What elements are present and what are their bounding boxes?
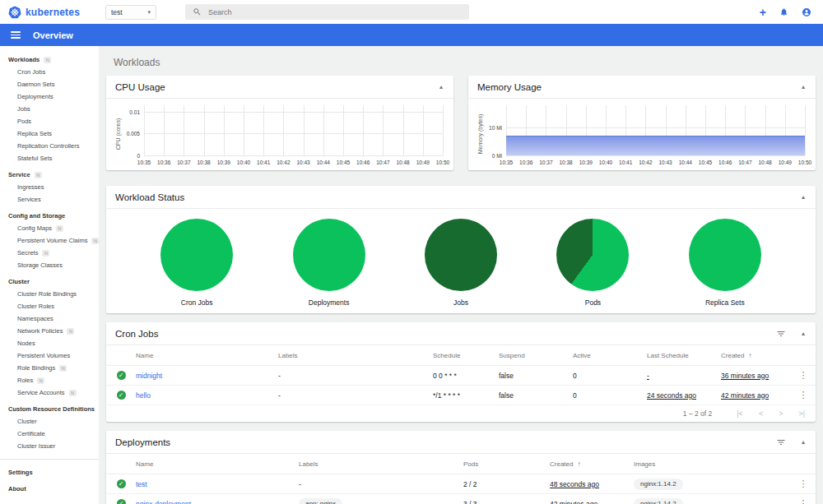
previous-page-button[interactable]: < [759, 409, 763, 418]
collapse-icon[interactable]: ▴ [800, 330, 807, 337]
sidebar-item[interactable]: Ingresses [0, 181, 99, 193]
sidebar-item[interactable]: Custom Resource Definitions [0, 403, 99, 415]
memory-usage-card: Memory Usage ▴ Memory (bytes) 10:3510:36… [468, 76, 816, 170]
sidebar-item[interactable]: Cron Jobs [0, 66, 99, 78]
sidebar-item[interactable]: Config Maps N [0, 222, 99, 234]
kubernetes-logo-icon [8, 6, 21, 19]
sidebar-item[interactable]: Daemon Sets [0, 78, 99, 90]
sidebar-item[interactable]: About [0, 483, 99, 495]
column-header-name[interactable]: Name [136, 460, 299, 468]
status-ok-icon: ✓ [117, 371, 126, 380]
row-menu-button[interactable]: ⋮ [791, 390, 816, 400]
namespaced-badge: N [91, 238, 99, 244]
sidebar-item[interactable]: Nodes [0, 337, 99, 349]
sidebar-item[interactable]: Cluster [0, 275, 99, 288]
card-title: Cron Jobs [115, 329, 776, 339]
table-header-row: Name Labels Pods Created↑ Images [106, 454, 816, 474]
sidebar-item[interactable]: Stateful Sets [0, 152, 99, 164]
sidebar-item[interactable]: Replication Controllers [0, 140, 99, 152]
namespace-value: test [111, 8, 123, 16]
cpu-usage-card: CPU Usage ▴ CPU (cores) 10:3510:3610:371… [106, 76, 453, 170]
column-header-images[interactable]: Images [634, 460, 791, 468]
row-menu-button[interactable]: ⋮ [791, 479, 816, 489]
pie-label: Cron Jobs [181, 298, 213, 307]
column-header-suspend[interactable]: Suspend [499, 352, 573, 359]
header-actions: + [760, 7, 811, 18]
sidebar-item[interactable]: Network Policies N [0, 325, 99, 337]
label-chip: app: nginx [299, 498, 342, 504]
brand-logo[interactable]: kubernetes [8, 6, 99, 19]
sidebar-item[interactable]: Service N [0, 169, 99, 181]
sidebar-item[interactable]: Secrets N [0, 247, 99, 259]
cell-active: 0 [573, 372, 647, 380]
deployment-name-link[interactable]: test [136, 480, 147, 488]
sidebar-item[interactable]: Services [0, 193, 99, 206]
column-header-created[interactable]: Created↑ [721, 352, 791, 359]
column-header-labels[interactable]: Labels [278, 352, 433, 359]
sidebar-item[interactable]: Cluster Role Bindings [0, 288, 99, 300]
sidebar-item[interactable]: Persistent Volume Claims N [0, 234, 99, 247]
sidebar-item[interactable]: Pods [0, 115, 99, 127]
image-chip: nginx:1.14.2 [634, 498, 683, 504]
pie-chart [556, 219, 629, 291]
collapse-icon[interactable]: ▴ [800, 438, 807, 446]
kubernetes-dashboard: kubernetes test ▾ + Overview Workloads [0, 0, 823, 504]
sort-ascending-icon: ↑ [577, 460, 580, 468]
sidebar-item[interactable]: Service Accounts N [0, 386, 99, 399]
sidebar-item[interactable]: Cluster [0, 415, 99, 428]
notifications-button[interactable] [779, 7, 788, 16]
column-header-created[interactable]: Created↑ [550, 460, 634, 468]
sidebar-item[interactable]: Persistent Volumes [0, 349, 99, 362]
column-header-last-schedule[interactable]: Last Schedule [647, 352, 721, 359]
filter-button[interactable] [776, 329, 786, 339]
first-page-button[interactable]: |< [737, 409, 743, 418]
deployment-name-link[interactable]: nginx-deployment [136, 500, 191, 504]
sidebar-item[interactable]: Workloads N [0, 53, 99, 66]
cell-last-schedule: 24 seconds ago [647, 391, 696, 400]
card-title: Deployments [115, 437, 776, 447]
sidebar-item[interactable]: Config and Storage [0, 210, 99, 222]
account-button[interactable] [802, 7, 811, 17]
create-resource-button[interactable]: + [760, 7, 766, 18]
sidebar-item[interactable]: Storage Classes [0, 259, 99, 271]
sidebar-item[interactable]: Replica Sets [0, 127, 99, 140]
filter-button[interactable] [776, 437, 786, 447]
sidebar-item[interactable]: Cluster Issuer [0, 440, 99, 452]
column-header-name[interactable]: Name [136, 352, 278, 359]
cell-pods: 2 / 2 [463, 480, 550, 488]
column-header-labels[interactable]: Labels [299, 460, 463, 468]
menu-hamburger-icon[interactable] [11, 30, 21, 40]
row-menu-button[interactable]: ⋮ [791, 370, 816, 381]
sidebar-item[interactable]: Certificate [0, 428, 99, 440]
cronjob-name-link[interactable]: midnight [136, 372, 162, 380]
column-header-active[interactable]: Active [573, 352, 647, 359]
column-header-pods[interactable]: Pods [463, 460, 550, 468]
collapse-icon[interactable]: ▴ [438, 83, 444, 90]
cpu-chart: CPU (cores) 10:3510:3610:3710:3810:3910:… [106, 99, 453, 169]
cronjob-table-row: ✓ midnight - 0 0 * * * false 0 - 36 minu… [106, 366, 816, 386]
cronjob-name-link[interactable]: hello [136, 391, 151, 400]
last-page-button[interactable]: >| [798, 409, 805, 418]
sidebar-item[interactable]: Role Bindings N [0, 362, 99, 374]
namespaced-badge: N [37, 377, 44, 384]
column-header-schedule[interactable]: Schedule [433, 352, 499, 359]
workload-status-card: Workload Status ▴ Cron Jobs Deployments [106, 186, 816, 313]
collapse-icon[interactable]: ▴ [800, 193, 807, 201]
next-page-button[interactable]: > [779, 409, 783, 418]
workload-pie: Cron Jobs [131, 219, 263, 307]
cell-last-schedule: - [647, 372, 649, 380]
search-input[interactable] [208, 8, 462, 16]
sidebar-item[interactable]: Namespaces [0, 312, 99, 325]
collapse-icon[interactable]: ▴ [800, 83, 807, 90]
sidebar-item[interactable]: Deployments [0, 90, 99, 103]
row-menu-button[interactable]: ⋮ [791, 498, 816, 504]
sidebar-item[interactable]: Roles N [0, 374, 99, 386]
namespaced-badge: N [59, 365, 67, 372]
sidebar-item[interactable]: Cluster Roles [0, 300, 99, 312]
search-bar[interactable] [185, 4, 469, 20]
sidebar-item[interactable]: Jobs [0, 103, 99, 115]
sidebar-item[interactable]: Settings [0, 466, 99, 479]
pie-label: Replica Sets [705, 298, 745, 307]
namespace-selector[interactable]: test ▾ [105, 5, 156, 20]
cell-labels: - [299, 480, 301, 488]
